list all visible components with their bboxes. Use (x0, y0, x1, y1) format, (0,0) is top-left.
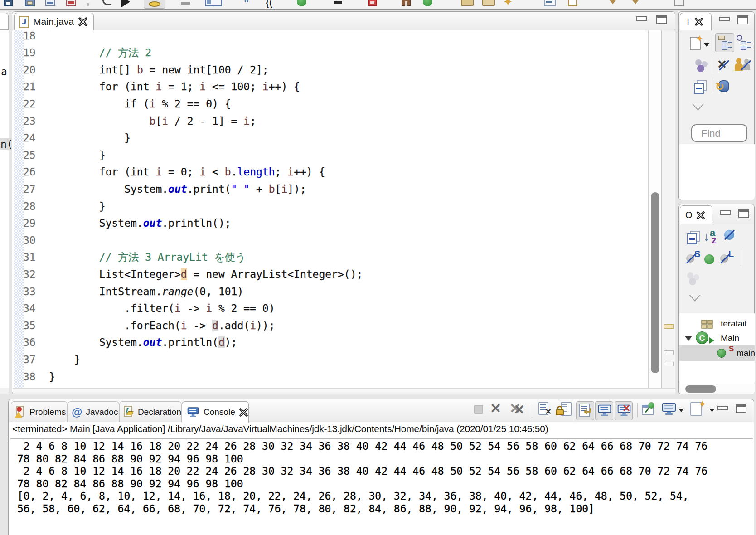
outline-maximize-button[interactable] (738, 209, 749, 218)
editor-tab-close-icon[interactable] (78, 17, 88, 27)
outline-box-icon[interactable] (568, 0, 577, 6)
line-number: 26 (23, 163, 36, 180)
outline-collapse-all-icon[interactable] (686, 230, 702, 245)
bottom-minimize-button[interactable] (717, 406, 728, 410)
outline-hscrollbar[interactable] (679, 383, 755, 394)
tab-problems[interactable]: Problems (11, 401, 68, 422)
dot-icon (87, 3, 89, 6)
word-wrap-icon[interactable]: ↵ (576, 401, 594, 420)
code-text: if (i % 2 == 0) { (49, 95, 231, 112)
clear-console-icon[interactable]: ✕ (538, 402, 552, 418)
pressed-tool-bg[interactable] (144, 0, 165, 9)
expand-arrow-icon[interactable] (684, 336, 693, 341)
display-selected-console-icon[interactable] (662, 402, 684, 418)
find-input[interactable]: Find (691, 124, 747, 142)
task-list-tab-close-icon[interactable] (694, 17, 703, 26)
remove-all-launches-icon[interactable]: ✕✕ (509, 400, 521, 416)
overview-mark-occurrence[interactable] (664, 362, 674, 366)
undo-icon[interactable] (102, 0, 111, 5)
last-edit-icon[interactable] (674, 0, 684, 6)
editor-vscrollbar-thumb[interactable] (651, 192, 659, 373)
overview-mark-write-occurrence[interactable] (664, 324, 674, 329)
task-list-minimize-button[interactable] (719, 17, 730, 21)
new-task-icon[interactable]: ✦ (690, 37, 701, 50)
task-list-tab[interactable]: T (680, 13, 712, 30)
editor-minimize-button[interactable] (636, 16, 647, 21)
external-icon[interactable] (66, 0, 76, 6)
package-icon (701, 318, 713, 329)
tree-item-main-class[interactable]: C Main (679, 331, 755, 345)
editor-hscrollbar[interactable] (13, 388, 675, 395)
tab-javadoc[interactable]: @ Javadoc (68, 401, 119, 422)
sparkle-icon[interactable]: ✦ (503, 0, 513, 6)
hide-completed-icon[interactable]: ✕ (716, 58, 732, 74)
hide-static-icon[interactable]: S (685, 251, 702, 267)
new-wizard-icon[interactable] (4, 0, 13, 6)
line-number: 25 (23, 146, 36, 164)
quote-icon[interactable]: " (244, 0, 253, 6)
save-icon[interactable] (25, 0, 35, 6)
line-number: 33 (23, 283, 36, 300)
resume-icon[interactable] (297, 0, 306, 6)
task-list-content[interactable] (679, 144, 755, 200)
coverage-icon[interactable] (402, 0, 411, 6)
outline-tab-close-icon[interactable] (696, 211, 705, 220)
terminate-bar-icon[interactable] (334, 1, 342, 4)
task-list-maximize-button[interactable] (737, 15, 748, 24)
next-annotation-icon[interactable] (631, 0, 640, 4)
minus-icon[interactable] (181, 2, 190, 5)
pin-console-icon[interactable] (642, 402, 658, 418)
tree-item-label: Main (721, 333, 739, 343)
overview-mark-occurrence[interactable] (664, 350, 674, 355)
code-text: .forEach(i -> d.add(i)); (49, 317, 275, 334)
console-output[interactable]: 2 4 6 8 10 12 14 16 18 20 22 24 26 28 30… (17, 440, 708, 515)
show-public-icon[interactable] (704, 254, 714, 264)
sort-icon[interactable]: ↓ a z (703, 229, 720, 246)
collapse-all-icon[interactable] (693, 79, 708, 95)
run-icon[interactable] (121, 0, 130, 7)
line-number: 24 (23, 129, 36, 146)
editor-vscrollbar[interactable] (648, 30, 661, 388)
hide-fields-icon[interactable] (722, 228, 740, 245)
print-icon[interactable] (45, 0, 55, 6)
run-green-icon[interactable] (423, 0, 432, 6)
open-console-icon[interactable]: ✦ (689, 401, 715, 419)
remove-launch-icon[interactable]: ✕ (490, 400, 501, 416)
new-folder-icon[interactable] (461, 0, 474, 6)
view-menu-chevron-icon[interactable] (692, 104, 704, 111)
brace-icon[interactable]: {( (266, 0, 273, 7)
tab-declaration[interactable]: { Declaration (119, 401, 182, 422)
tree-item-main-method[interactable]: S main (679, 345, 755, 361)
prev-annotation-icon[interactable] (608, 0, 617, 4)
categorized-view-icon[interactable] (715, 33, 734, 52)
tab-console[interactable]: Console (182, 401, 249, 423)
bottom-maximize-button[interactable] (736, 404, 746, 413)
my-tasks-icon[interactable] (734, 58, 751, 74)
tree-item-teratail[interactable]: teratail (679, 317, 755, 331)
line-number: 37 (23, 351, 36, 368)
junit-fail-icon[interactable] (368, 0, 377, 6)
outline-tab[interactable]: O (680, 205, 712, 224)
overview-ruler[interactable] (661, 30, 675, 388)
synchronize-icon[interactable]: ↻ (716, 78, 732, 95)
open-type-icon[interactable] (205, 0, 222, 6)
focus-tasks-icon[interactable] (694, 58, 710, 73)
new-task-dropdown-icon[interactable] (704, 43, 709, 47)
outline-minimize-button[interactable] (720, 210, 731, 215)
scroll-lock-icon[interactable] (557, 402, 572, 418)
outline-hscrollbar-thumb[interactable] (685, 385, 716, 393)
hide-local-icon[interactable]: L (719, 251, 736, 267)
code-text: // 方法 2 (49, 44, 151, 61)
scheduled-view-icon[interactable] (736, 34, 753, 51)
show-console-stdout-icon[interactable] (595, 401, 613, 420)
editor-tab-main-java[interactable]: J Main.java (14, 13, 94, 30)
console-tab-close-icon[interactable] (239, 408, 248, 417)
line-number: 36 (23, 334, 36, 351)
open-folder-icon[interactable] (482, 0, 495, 6)
left-strip-tab[interactable] (0, 13, 9, 30)
outline-menu-chevron-icon[interactable] (689, 295, 701, 302)
editor-maximize-button[interactable] (656, 15, 667, 24)
mark-occurrences-icon[interactable] (544, 0, 556, 6)
show-console-stderr-icon[interactable]: ✕ (615, 401, 633, 420)
code-editor[interactable]: 1819 // 方法 220 int[] b = new int[100 / 2… (13, 30, 675, 388)
